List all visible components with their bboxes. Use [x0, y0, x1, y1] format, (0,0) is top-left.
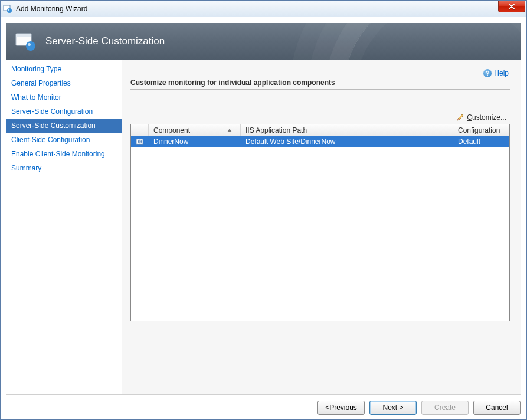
help-label: Help [494, 69, 509, 77]
close-button[interactable] [498, 1, 525, 12]
section-heading: Customize monitoring for individual appl… [130, 78, 510, 90]
table-header: Component IIS Application Path Configura… [131, 124, 509, 136]
dialog-window: Add Monitoring Wizard Server-Side Custom… [0, 0, 527, 420]
create-button: Create [421, 401, 469, 415]
next-button[interactable]: Next > [369, 401, 417, 415]
close-icon [508, 4, 515, 9]
button-row: < Previous Next > Create Cancel [6, 401, 521, 415]
sort-ascending-icon [227, 129, 232, 132]
cancel-button[interactable]: Cancel [473, 401, 521, 415]
column-configuration[interactable]: Configuration [453, 124, 509, 136]
cell-configuration: Default [453, 137, 509, 146]
footer-separator [6, 394, 521, 395]
help-icon: ? [483, 69, 492, 77]
step-monitoring-type[interactable]: Monitoring Type [6, 62, 122, 76]
column-icon[interactable] [131, 124, 149, 136]
step-summary[interactable]: Summary [6, 161, 122, 175]
column-component[interactable]: Component [149, 124, 241, 136]
titlebar: Add Monitoring Wizard [1, 1, 526, 17]
step-server-side-configuration[interactable]: Server-Side Configuration [6, 104, 122, 119]
column-iis-path[interactable]: IIS Application Path [241, 124, 453, 136]
cell-iis-path: Default Web Site/DinnerNow [241, 137, 453, 146]
banner-title: Server-Side Customization [45, 35, 165, 47]
svg-rect-4 [16, 34, 31, 37]
cell-component: DinnerNow [149, 137, 241, 146]
step-enable-client-side-monitoring[interactable]: Enable Client-Side Monitoring [6, 147, 122, 161]
customize-label: Customize... [467, 113, 506, 122]
wizard-steps-sidebar: Monitoring Type General Properties What … [6, 60, 122, 394]
step-general-properties[interactable]: General Properties [6, 76, 122, 90]
table-row[interactable]: DinnerNow Default Web Site/DinnerNow Def… [131, 136, 509, 147]
window-title: Add Monitoring Wizard [16, 5, 87, 13]
help-link[interactable]: ? Help [483, 69, 509, 77]
window-body: Server-Side Customization Monitoring Typ… [1, 17, 526, 419]
svg-point-6 [28, 43, 31, 46]
step-server-side-customization[interactable]: Server-Side Customization [6, 119, 122, 133]
previous-button[interactable]: < Previous [317, 401, 365, 415]
banner-icon [15, 32, 37, 51]
row-icon [131, 137, 149, 146]
step-client-side-configuration[interactable]: Client-Side Configuration [6, 133, 122, 147]
banner: Server-Side Customization [6, 23, 521, 60]
app-icon [3, 4, 12, 14]
main-panel: ? Help Customize monitoring for individu… [122, 60, 521, 394]
component-table: Component IIS Application Path Configura… [130, 124, 510, 321]
customize-button[interactable]: Customize... [453, 112, 510, 123]
content-area: Monitoring Type General Properties What … [6, 60, 521, 394]
svg-point-2 [8, 9, 9, 10]
step-what-to-monitor[interactable]: What to Monitor [6, 90, 122, 104]
pencil-icon [456, 113, 464, 122]
svg-point-5 [26, 41, 35, 51]
svg-point-1 [7, 8, 12, 13]
